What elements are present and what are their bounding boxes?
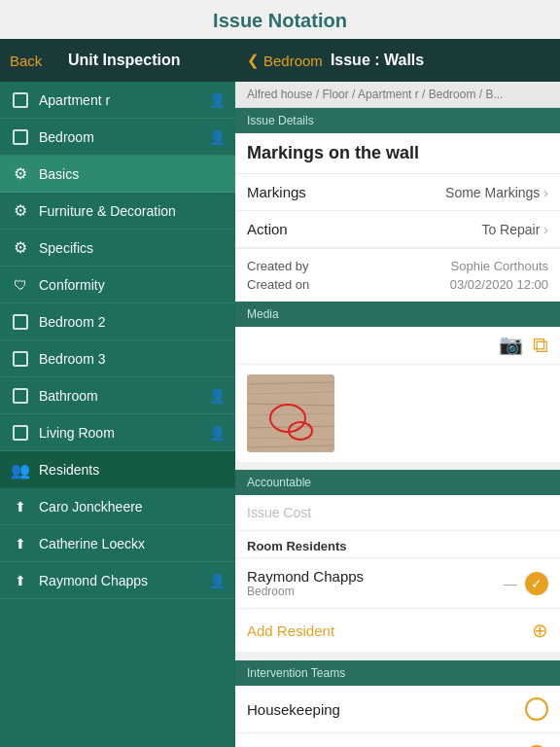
sidebar-item-furniture[interactable]: ⚙ Furniture & Decoration — [0, 193, 235, 230]
right-header: ❮ Bedroom Issue : Walls — [235, 39, 560, 82]
breadcrumb: Alfred house / Floor / Apartment r / Bed… — [235, 82, 560, 108]
markings-row[interactable]: Markings Some Markings › — [235, 174, 560, 211]
sidebar-item-raymond[interactable]: ⬆ Raymond Chapps 👤 — [0, 562, 235, 599]
residents-label: Residents — [39, 462, 226, 478]
person-icon: ⬆ — [10, 570, 31, 591]
created-by-value: Sophie Corthouts — [451, 259, 548, 273]
right-panel: ❮ Bedroom Issue : Walls Alfred house / F… — [235, 39, 560, 747]
accountable-header: Accountable — [235, 470, 560, 495]
accountable-section: Accountable Issue Cost Room Residents Ra… — [235, 470, 560, 653]
person-icon: 👤 — [209, 92, 226, 108]
right-header-title: Issue : Walls — [331, 52, 424, 69]
gallery-icon[interactable]: ⧉ — [533, 333, 548, 358]
sidebar-item-bedroom2[interactable]: Bedroom 2 — [0, 303, 235, 340]
back-button[interactable]: Back — [10, 53, 42, 69]
created-on-value: 03/02/2020 12:00 — [450, 277, 548, 292]
media-section-header: Media — [235, 302, 560, 327]
square-icon — [10, 126, 31, 148]
person-upload-icon: ⬆ — [10, 533, 31, 554]
chevron-right-icon: › — [543, 222, 548, 237]
resident-name: Raymond Chapps — [247, 568, 504, 585]
right-content[interactable]: Issue Details Markings on the wall Marki… — [235, 108, 560, 747]
markings-label: Markings — [247, 184, 445, 200]
square-icon — [10, 311, 31, 333]
page-title: Issue Notation — [0, 0, 560, 39]
sidebar-item-label: Caro Jonckheere — [39, 499, 226, 515]
issue-title: Markings on the wall — [235, 133, 560, 174]
resident-room: Bedroom — [247, 585, 504, 598]
sidebar-item-label: Catherine Loeckx — [39, 536, 226, 551]
person-upload-icon: ⬆ — [10, 496, 31, 517]
sidebar-item-label: Specifics — [39, 240, 226, 256]
sidebar-item-living-room[interactable]: Living Room 👤 — [0, 414, 235, 451]
sidebar-item-bedroom3[interactable]: Bedroom 3 — [0, 340, 235, 377]
intervention-section: Intervention Teams Housekeeping Maintena… — [235, 660, 560, 747]
sidebar-title: Unit Inspection — [42, 52, 206, 69]
sidebar-item-label: Bedroom 3 — [39, 351, 226, 367]
action-row[interactable]: Action To Repair › — [235, 211, 560, 248]
dots-icon: — — [504, 576, 517, 591]
resident-row: Raymond Chapps Bedroom — ✓ — [235, 558, 560, 609]
sidebar-item-specifics[interactable]: ⚙ Specifics — [0, 230, 235, 267]
media-images — [235, 365, 560, 462]
sidebar-item-bedroom[interactable]: Bedroom 👤 — [0, 119, 235, 156]
media-thumbnail[interactable] — [247, 374, 334, 452]
issue-details-header: Issue Details — [235, 108, 560, 133]
created-by-label: Created by — [247, 259, 309, 273]
right-header-section[interactable]: Bedroom — [263, 53, 323, 69]
sidebar: Back Unit Inspection Apartment r 👤 Bedro… — [0, 39, 235, 747]
room-residents-header: Room Residents — [235, 531, 560, 558]
gear-icon: ⚙ — [10, 163, 31, 185]
camera-icon[interactable]: 📷 — [499, 333, 523, 358]
residents-section: 👥 Residents — [0, 451, 235, 488]
person-icon: 👤 — [209, 425, 226, 441]
square-icon — [10, 422, 31, 444]
team-check-empty[interactable] — [525, 697, 548, 721]
shield-icon: 🛡 — [10, 274, 31, 296]
issue-cost-field[interactable]: Issue Cost — [235, 495, 560, 531]
sidebar-item-label: Conformity — [39, 277, 226, 293]
chevron-right-icon: › — [543, 185, 548, 200]
created-block: Created by Sophie Corthouts Created on 0… — [235, 248, 560, 302]
sidebar-item-label: Bedroom — [39, 129, 209, 145]
created-on-label: Created on — [247, 277, 309, 292]
sidebar-item-apartment[interactable]: Apartment r 👤 — [0, 82, 235, 119]
sidebar-item-bathroom[interactable]: Bathroom 👤 — [0, 377, 235, 414]
sidebar-item-label: Basics — [39, 166, 226, 182]
person-icon: 👤 — [209, 388, 226, 404]
gear-icon: ⚙ — [10, 237, 31, 259]
team-row-maintenance[interactable]: Maintenance Team ✓ — [235, 733, 560, 747]
resident-info: Raymond Chapps Bedroom — [247, 568, 504, 598]
team-name: Housekeeping — [247, 701, 525, 718]
person-icon: 👤 — [209, 129, 226, 145]
person-icon: 👤 — [209, 573, 226, 588]
sidebar-item-label: Raymond Chapps — [39, 573, 209, 588]
action-label: Action — [247, 221, 481, 237]
sidebar-item-label: Apartment r — [39, 92, 209, 108]
sidebar-item-label: Bathroom — [39, 388, 209, 404]
sidebar-item-label: Living Room — [39, 425, 209, 441]
add-resident-plus-icon: ⊕ — [532, 619, 548, 642]
media-toolbar: 📷 ⧉ — [235, 327, 560, 365]
markings-value: Some Markings — [445, 185, 540, 200]
sidebar-item-catherine[interactable]: ⬆ Catherine Loeckx — [0, 525, 235, 562]
square-icon — [10, 89, 31, 111]
square-icon — [10, 348, 31, 370]
intervention-header: Intervention Teams — [235, 660, 560, 686]
team-row-housekeeping[interactable]: Housekeeping — [235, 686, 560, 733]
sidebar-header: Back Unit Inspection — [0, 39, 235, 82]
residents-icon: 👥 — [10, 459, 31, 480]
gear-icon: ⚙ — [10, 200, 31, 222]
add-resident-row[interactable]: Add Resident ⊕ — [235, 609, 560, 653]
add-resident-label: Add Resident — [247, 622, 532, 639]
sidebar-item-label: Bedroom 2 — [39, 314, 226, 330]
sidebar-item-basics[interactable]: ⚙ Basics — [0, 156, 235, 193]
sidebar-item-label: Furniture & Decoration — [39, 203, 226, 219]
sidebar-item-conformity[interactable]: 🛡 Conformity — [0, 267, 235, 303]
resident-check[interactable]: ✓ — [525, 572, 548, 595]
square-icon — [10, 385, 31, 407]
sidebar-item-caro[interactable]: ⬆ Caro Jonckheere — [0, 488, 235, 525]
chevron-left-icon: ❮ — [247, 52, 260, 69]
action-value: To Repair — [481, 222, 540, 237]
